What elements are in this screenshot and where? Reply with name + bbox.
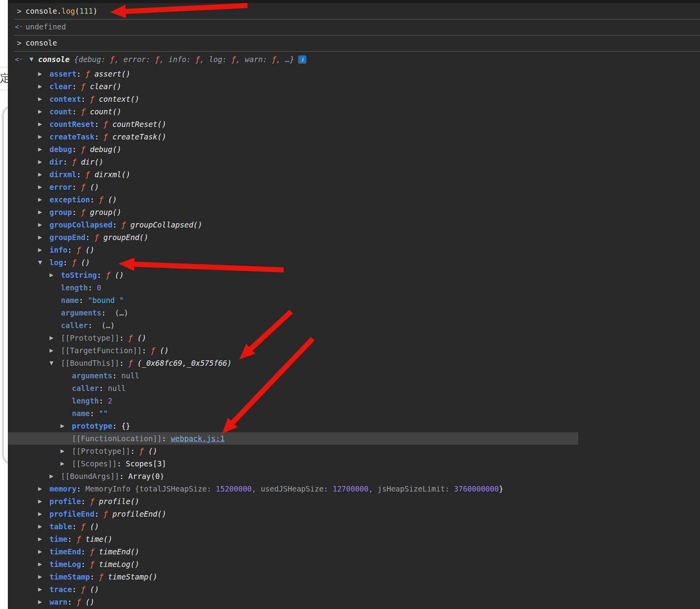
tree-row-toString[interactable]: ▶toString: ƒ () [8,269,700,281]
tree-row-profile[interactable]: ▶profile: ƒ profile() [8,495,700,508]
row-text: debug: ƒ debug() [49,143,121,156]
disclosure-triangle-icon[interactable]: ▶ [49,470,53,482]
tree-row-groupEnd[interactable]: ▶groupEnd: ƒ groupEnd() [8,231,700,244]
tree-row-function-location[interactable]: [[FunctionLocation]]: webpack.js:1 [8,432,578,445]
tree-row-trace[interactable]: ▶trace: ƒ () [8,583,700,596]
input-echo-console-log[interactable]: >console.log(111) [8,3,700,19]
tree-row-error[interactable]: ▶error: ƒ () [8,181,700,193]
tree-row-bt-scopes[interactable]: ▶[[Scopes]]: Scopes[3] [8,457,700,470]
tree-row-count[interactable]: ▶count: ƒ count() [8,105,700,118]
disclosure-triangle-icon[interactable]: ▶ [38,218,42,231]
tree-row-log-arguments[interactable]: arguments: (…) [8,306,700,319]
text-segment: , log: [200,55,231,64]
tree-row-exception[interactable]: ▶exception: ƒ () [8,193,700,206]
tree-row-table[interactable]: ▶table: ƒ () [8,520,700,533]
text-segment: clear() [86,82,122,91]
tree-row-timeEnd[interactable]: ▶timeEnd: ƒ timeEnd() [8,545,700,558]
source-link[interactable]: webpack.js:1 [171,434,225,443]
row-text: profile: ƒ profile() [49,495,139,508]
tree-row-log-name[interactable]: name: "bound " [8,294,700,306]
tree-row-clear[interactable]: ▶clear: ƒ clear() [8,80,700,93]
tree-row-log-caller[interactable]: caller: (…) [8,319,700,332]
disclosure-triangle-icon[interactable]: ▶ [38,156,42,168]
disclosure-triangle-icon[interactable]: ▶ [38,596,42,608]
info-icon[interactable]: i [298,55,306,64]
tree-row-groupCollapsed[interactable]: ▶groupCollapsed: ƒ groupCollapsed() [8,218,700,231]
disclosure-triangle-icon[interactable]: ▶ [38,130,42,143]
disclosure-triangle-icon[interactable]: ▶ [49,344,53,357]
disclosure-triangle-icon[interactable]: ▶ [38,105,42,118]
tree-row-group[interactable]: ▶group: ƒ group() [8,206,700,218]
disclosure-triangle-icon[interactable]: ▼ [29,51,33,68]
tree-row-memory[interactable]: ▶memory: MemoryInfo {totalJSHeapSize: 15… [8,482,700,495]
object-header-console[interactable]: <·▼console {debug: ƒ, error: ƒ, info: ƒ,… [8,51,700,68]
disclosure-triangle-icon[interactable]: ▶ [38,168,42,181]
text-segment: profileEnd() [108,510,167,518]
tree-row-target-function[interactable]: ▶[[TargetFunction]]: ƒ () [8,344,700,357]
disclosure-triangle-icon[interactable]: ▶ [38,495,42,508]
text-segment: clear [49,82,72,91]
input-echo-console[interactable]: >console [8,35,700,51]
tree-row-bt-prototype-internal[interactable]: ▶[[Prototype]]: ƒ () [8,445,700,457]
disclosure-triangle-icon[interactable]: ▶ [38,533,42,545]
tree-row-context[interactable]: ▶context: ƒ context() [8,93,700,105]
tree-row-log-prototype-internal[interactable]: ▶[[Prototype]]: ƒ () [8,332,700,344]
prompt-icon: > [17,3,21,19]
tree-row-assert[interactable]: ▶assert: ƒ assert() [8,68,700,80]
text-segment: timeLog() [94,560,139,569]
disclosure-triangle-icon[interactable]: ▼ [38,256,42,269]
disclosure-triangle-icon[interactable]: ▶ [38,482,42,495]
tree-row-createTask[interactable]: ▶createTask: ƒ createTask() [8,130,700,143]
tree-row-log-length[interactable]: length: 0 [8,281,700,294]
tree-row-bound-this[interactable]: ▼[[BoundThis]]: ƒ (_0x68fc69,_0x575f66) [8,357,700,369]
disclosure-triangle-icon[interactable]: ▶ [60,457,64,470]
tree-row-timeLog[interactable]: ▶timeLog: ƒ timeLog() [8,558,700,570]
disclosure-triangle-icon[interactable]: ▼ [49,357,53,369]
disclosure-triangle-icon[interactable]: ▶ [38,206,42,218]
disclosure-triangle-icon[interactable]: ▶ [38,508,42,520]
disclosure-triangle-icon[interactable]: ▶ [38,520,42,533]
tree-row-timeStamp[interactable]: ▶timeStamp: ƒ timeStamp() [8,570,700,583]
disclosure-triangle-icon[interactable]: ▶ [38,193,42,206]
tree-row-bt-name[interactable]: name: "" [8,407,700,420]
disclosure-triangle-icon[interactable]: ▶ [49,269,53,281]
disclosure-triangle-icon[interactable]: ▶ [60,420,64,432]
tree-row-dirxml[interactable]: ▶dirxml: ƒ dirxml() [8,168,700,181]
disclosure-triangle-icon[interactable]: ▶ [38,181,42,193]
text-segment: dirxml() [90,170,130,179]
text-segment: : [68,598,77,606]
tree-row-dir[interactable]: ▶dir: ƒ dir() [8,156,700,168]
text-segment: toString [61,271,97,279]
tree-row-countReset[interactable]: ▶countReset: ƒ countReset() [8,118,700,130]
disclosure-triangle-icon[interactable]: ▶ [38,558,42,570]
disclosure-triangle-icon[interactable]: ▶ [38,118,42,130]
tree-row-bound-args[interactable]: ▶[[BoundArgs]]: Array(0) [8,470,700,482]
tree-row-bt-arguments[interactable]: arguments: null [8,369,700,382]
text-segment: debug [49,145,72,154]
disclosure-triangle-icon[interactable]: ▶ [38,143,42,156]
tree-row-log[interactable]: ▼log: ƒ () [8,256,700,269]
row-text: arguments: (…) [61,306,128,319]
disclosure-triangle-icon[interactable]: ▶ [38,68,42,80]
disclosure-triangle-icon[interactable]: ▶ [49,332,53,344]
text-segment: ƒ [81,145,85,154]
tree-row-bt-length[interactable]: length: 2 [8,394,700,407]
disclosure-triangle-icon[interactable]: ▶ [38,583,42,596]
disclosure-triangle-icon[interactable]: ▶ [38,545,42,558]
disclosure-triangle-icon[interactable]: ▶ [38,231,42,244]
text-segment: timeLog [49,560,81,569]
result-undefined[interactable]: <·undefined [8,19,700,35]
disclosure-triangle-icon[interactable]: ▶ [38,93,42,105]
disclosure-triangle-icon[interactable]: ▶ [38,80,42,93]
disclosure-triangle-icon[interactable]: ▶ [60,445,64,457]
tree-row-bt-caller[interactable]: caller: null [8,382,700,394]
tree-row-warn[interactable]: ▶warn: ƒ () [8,596,700,608]
tree-row-time[interactable]: ▶time: ƒ time() [8,533,700,545]
disclosure-triangle-icon[interactable]: ▶ [38,570,42,583]
disclosure-triangle-icon[interactable]: ▶ [38,244,42,256]
tree-row-info[interactable]: ▶info: ƒ () [8,244,700,256]
row-text: [[Prototype]]: ƒ () [72,445,157,457]
tree-row-profileEnd[interactable]: ▶profileEnd: ƒ profileEnd() [8,508,700,520]
tree-row-debug[interactable]: ▶debug: ƒ debug() [8,143,700,156]
tree-row-bt-prototype[interactable]: ▶prototype: {} [8,420,700,432]
